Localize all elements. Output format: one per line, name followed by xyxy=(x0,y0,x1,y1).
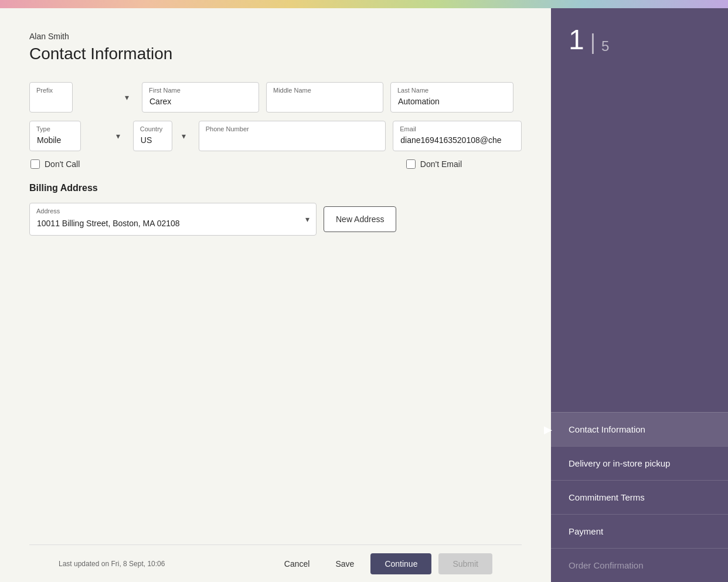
email-field: Email xyxy=(393,121,522,151)
prefix-field: Prefix Mr. Ms. Mrs. Dr. xyxy=(29,82,135,113)
email-input[interactable] xyxy=(393,121,522,151)
firstname-input[interactable] xyxy=(142,82,259,113)
sidebar-item-label: Payment xyxy=(569,526,603,536)
sidebar-item-delivery[interactable]: Delivery or in-store pickup xyxy=(551,446,728,480)
continue-button[interactable]: Continue xyxy=(370,553,431,574)
middlename-field: Middle Name xyxy=(266,82,383,113)
lastname-field: Last Name xyxy=(390,82,513,113)
sidebar-item-order-confirmation[interactable]: Order Confirmation xyxy=(551,548,728,582)
phone-field: Phone Number xyxy=(199,121,386,151)
content-area: Alan Smith Contact Information Prefix Mr… xyxy=(0,8,551,582)
last-updated: Last updated on Fri, 8 Sept, 10:06 xyxy=(59,560,165,568)
top-banner xyxy=(0,0,728,8)
new-address-button[interactable]: New Address xyxy=(324,206,396,232)
dont-call-checkbox[interactable] xyxy=(30,159,40,169)
country-field: Country US CA GB AU xyxy=(133,121,192,151)
phone-input[interactable] xyxy=(199,121,386,151)
firstname-field: First Name xyxy=(142,82,259,113)
middlename-input[interactable] xyxy=(266,82,383,113)
dont-email-container: Don't Email xyxy=(406,159,521,169)
sidebar-spacer xyxy=(551,66,728,412)
sidebar-item-payment[interactable]: Payment xyxy=(551,514,728,548)
form-section: Alan Smith Contact Information Prefix Mr… xyxy=(29,32,522,544)
cancel-button[interactable]: Cancel xyxy=(275,554,319,573)
step-divider: | xyxy=(584,30,601,54)
type-select[interactable]: Mobile Home Work xyxy=(29,121,81,151)
sidebar-item-label: Delivery or in-store pickup xyxy=(569,458,670,468)
sidebar-item-contact-information[interactable]: Contact Information xyxy=(551,412,728,446)
step-total: 5 xyxy=(601,38,609,54)
page-title: Contact Information xyxy=(29,45,522,63)
step-current: 1 xyxy=(569,24,584,55)
footer-actions: Cancel Save Continue Submit xyxy=(275,553,492,574)
sidebar: 1 | 5 Contact Information Delivery or in… xyxy=(551,8,728,582)
dont-email-checkbox[interactable] xyxy=(406,159,416,169)
sidebar-item-label: Order Confirmation xyxy=(569,560,644,570)
sidebar-item-label: Commitment Terms xyxy=(569,492,645,502)
sidebar-item-label: Contact Information xyxy=(569,424,645,434)
dont-call-label[interactable]: Don't Call xyxy=(45,159,80,169)
dont-call-container: Don't Call xyxy=(30,159,80,169)
submit-button[interactable]: Submit xyxy=(438,553,492,574)
type-field: Type Mobile Home Work xyxy=(29,121,126,151)
lastname-input[interactable] xyxy=(390,82,513,113)
country-select[interactable]: US CA GB AU xyxy=(133,121,172,151)
step-indicator: 1 | 5 xyxy=(551,8,728,66)
address-row: Address 10011 Billing Street, Boston, MA… xyxy=(29,203,522,236)
user-name: Alan Smith xyxy=(29,32,522,41)
checkbox-row: Don't Call Don't Email xyxy=(29,159,522,169)
dont-email-label[interactable]: Don't Email xyxy=(420,159,462,169)
prefix-select[interactable]: Mr. Ms. Mrs. Dr. xyxy=(29,82,73,113)
page-footer: Last updated on Fri, 8 Sept, 10:06 Cance… xyxy=(29,544,522,582)
billing-address-title: Billing Address xyxy=(29,183,522,193)
address-select-container: Address 10011 Billing Street, Boston, MA… xyxy=(29,203,317,236)
save-button[interactable]: Save xyxy=(326,554,363,573)
sidebar-nav: Contact Information Delivery or in-store… xyxy=(551,412,728,582)
contact-row: Type Mobile Home Work Country US CA xyxy=(29,121,522,151)
name-row: Prefix Mr. Ms. Mrs. Dr. First Name xyxy=(29,82,522,113)
address-select[interactable]: 10011 Billing Street, Boston, MA 02108 xyxy=(29,203,317,236)
sidebar-item-commitment-terms[interactable]: Commitment Terms xyxy=(551,480,728,514)
